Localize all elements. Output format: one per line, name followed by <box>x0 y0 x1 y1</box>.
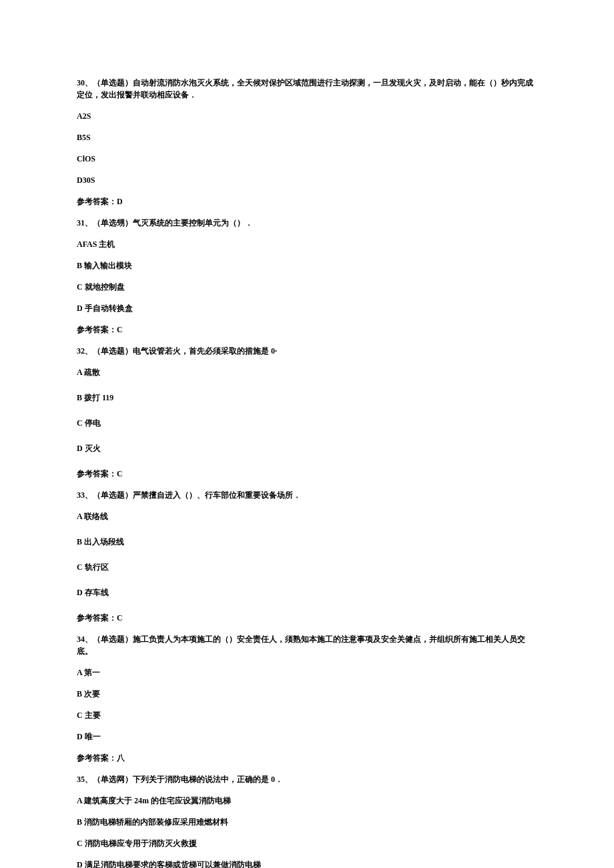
q32-A: A 疏散 <box>77 366 537 378</box>
q34-C: C 主要 <box>77 709 537 721</box>
q35-A: A 建筑高度大于 24m 的住宅应设翼消防电梯 <box>77 795 537 807</box>
q31-C: C 就地控制盘 <box>77 281 537 293</box>
q33-text: 33、（单选题）严禁擅自进入（）、行车部位和重要设备场所． <box>77 489 537 501</box>
q31-text: 31、（单选甥）气灭系统的主要控制单元为（）． <box>77 217 537 229</box>
q34-A: A 第一 <box>77 667 537 679</box>
q34-ans: 参考答案：八 <box>77 752 537 764</box>
q30-ans: 参考答案：D <box>77 195 537 207</box>
q30-C: ClOS <box>77 153 537 165</box>
q30-text: 30、（单选题）自动射流消防水泡灭火系统，全天候对保护区域范围进行主动探测，一旦… <box>77 77 537 101</box>
q34-text: 34、（单选题）施工负责人为本项施工的（）安全责任人，须熟知本施工的注意事项及安… <box>77 633 537 657</box>
q30-D: D30S <box>77 174 537 186</box>
q33-A: A 联络线 <box>77 510 537 522</box>
q32-ans: 参考答案：C <box>77 468 537 480</box>
q30-A: A2S <box>77 110 537 122</box>
q31-A: AFAS 主机 <box>77 238 537 250</box>
q31-B: B 输入输出模块 <box>77 260 537 272</box>
q32-text: 32、（单选题）电气设管若火，首先必须采取的措施是 0· <box>77 345 537 357</box>
q32-C: C 停电 <box>77 417 537 429</box>
q35-B: B 消防电梯轿厢的内部装修应采用难燃材料 <box>77 816 537 828</box>
q34-D: D 唯一 <box>77 731 537 743</box>
q33-C: C 轨行区 <box>77 561 537 573</box>
q31-D: D 手自动转换盒 <box>77 302 537 314</box>
q35-text: 35、（单选网）下列关于消防电梯的说法中，正确的是 0． <box>77 773 537 785</box>
q35-D: D 满足消防电梯要求的客梯或货梯可以兼做消防电梯 <box>77 859 537 868</box>
q32-B: B 拨打 119 <box>77 392 537 404</box>
q33-B: B 出入场段线 <box>77 536 537 548</box>
q35-C: C 消防电梯应专用于消防灭火救援 <box>77 837 537 849</box>
q32-D: D 灭火 <box>77 442 537 454</box>
q33-ans: 参考答案：C <box>77 612 537 624</box>
q30-B: B5S <box>77 131 537 143</box>
q33-D: D 存车线 <box>77 586 537 598</box>
q31-ans: 参考答案：C <box>77 324 537 336</box>
q34-B: B 次要 <box>77 688 537 700</box>
